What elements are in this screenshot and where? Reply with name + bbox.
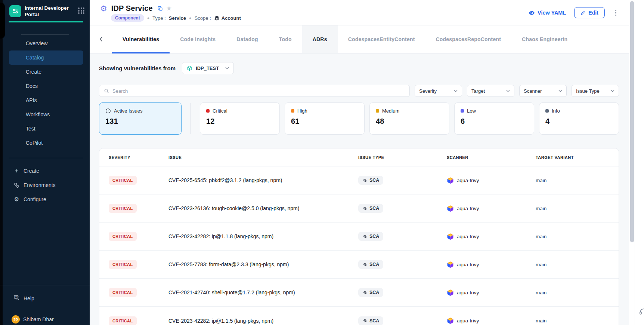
sidebar-item-docs[interactable]: Docs <box>9 79 83 93</box>
tab-chaos-engineering[interactable]: Chaos Engineerin <box>511 25 578 53</box>
target-variant-cell: main <box>536 206 619 211</box>
project-select[interactable]: IDP_TEST <box>182 62 234 74</box>
sidebar-item-copilot[interactable]: CoPilot <box>9 136 83 150</box>
search-input[interactable] <box>112 88 405 94</box>
sidebar-action-create[interactable]: + Create <box>0 164 90 178</box>
issue-type-chip: SCA <box>358 176 383 185</box>
sidebar-item-test[interactable]: Test <box>9 122 83 136</box>
sidebar: Internal Developer Portal Overview Catal… <box>0 0 90 325</box>
tab-codespaces-entity-content[interactable]: CodespacesEntityContent <box>338 25 425 53</box>
info-count: 4 <box>545 117 613 126</box>
critical-label: Critical <box>213 108 227 114</box>
target-variant-cell: main <box>536 290 619 295</box>
tab-codespaces-repo-content[interactable]: CodespacesRepoContent <box>425 25 512 53</box>
severity-filter-label: Severity <box>419 88 437 94</box>
main-area: ⚙ IDP Service ★ Component ● Type : Servi… <box>90 0 644 325</box>
sidebar-item-workflows[interactable]: Workflows <box>9 107 83 122</box>
active-issues-count: 131 <box>105 117 175 126</box>
sidebar-divider <box>0 285 90 285</box>
issue-text: CVE-2023-42282: ip@1.1.8 (lang-pkgs, npm… <box>168 233 358 239</box>
medium-card[interactable]: Medium 48 <box>369 102 449 135</box>
type-label: Type : <box>152 15 165 21</box>
issue-type-chip: SCA <box>358 316 383 325</box>
table-row[interactable]: CRITICAL CVE-2023-42282: ip@1.1.5 (lang-… <box>99 307 619 325</box>
view-yaml-label: View YAML <box>538 10 566 16</box>
layers-icon <box>214 15 220 21</box>
vertical-scrollbar[interactable] <box>629 0 635 325</box>
sidebar-action-environments[interactable]: Environments <box>0 178 90 192</box>
help-button[interactable]: ? Help <box>13 295 34 302</box>
col-issue: ISSUE <box>168 155 358 160</box>
active-issues-card[interactable]: Active Issues 131 <box>99 102 182 135</box>
scanner-cell: aqua-trivy <box>447 289 536 296</box>
sidebar-action-configure[interactable]: ⚙ Configure <box>0 192 90 206</box>
scanner-cell: aqua-trivy <box>447 261 536 268</box>
target-filter-label: Target <box>471 88 485 94</box>
scrollbar-thumb[interactable] <box>630 1 634 242</box>
gear-icon: ⚙ <box>13 196 20 203</box>
avatar: SD <box>12 315 20 324</box>
severity-filter[interactable]: Severity <box>415 85 462 97</box>
target-variant-cell: main <box>536 318 619 324</box>
tab-todo[interactable]: Todo <box>269 25 302 53</box>
sidebar-actions: + Create Environments ⚙ Configure <box>0 164 90 206</box>
copy-icon[interactable] <box>158 6 163 11</box>
severity-badge: CRITICAL <box>109 204 137 213</box>
user-menu[interactable]: SD Shibam Dhar <box>12 315 54 324</box>
environments-icon <box>13 182 20 188</box>
sidebar-item-apis[interactable]: APIs <box>9 93 83 107</box>
tab-datadog[interactable]: Datadog <box>226 25 268 53</box>
tab-vulnerabilities[interactable]: Vulnerabilities <box>112 25 170 53</box>
table-row[interactable]: CRITICAL CVE-2025-7783: form-data@2.3.3 … <box>99 251 619 279</box>
showing-row: Showing vulnerabilities from IDP_TEST <box>99 62 619 74</box>
view-yaml-button[interactable]: View YAML <box>529 10 566 16</box>
scope-value: Account <box>222 15 241 21</box>
tab-code-insights[interactable]: Code Insights <box>170 25 226 53</box>
trivy-logo-icon <box>447 233 454 240</box>
table-row[interactable]: CRITICAL CVE-2021-42740: shell-quote@1.7… <box>99 279 619 307</box>
sidebar-nav: Overview Catalog Create Docs APIs Workfl… <box>0 36 90 150</box>
table-row[interactable]: CRITICAL CVE-2023-42282: ip@1.1.8 (lang-… <box>99 223 619 251</box>
high-count: 61 <box>291 117 358 126</box>
alert-circle-icon <box>105 108 111 114</box>
sidebar-item-create[interactable]: Create <box>9 65 83 79</box>
target-filter[interactable]: Target <box>467 85 514 97</box>
tabs: Vulnerabilities Code Insights Datadog To… <box>112 25 578 53</box>
component-gear-icon: ⚙ <box>100 4 107 12</box>
action-label: Environments <box>24 182 56 188</box>
target-variant-cell: main <box>536 262 619 267</box>
showing-label: Showing vulnerabilities from <box>99 65 176 71</box>
sca-icon <box>362 178 367 183</box>
target-variant-cell: main <box>536 178 619 183</box>
low-count: 6 <box>461 117 528 126</box>
issue-type-filter[interactable]: Issue Type <box>572 85 619 97</box>
plus-icon: + <box>13 168 20 174</box>
sidebar-item-overview[interactable]: Overview <box>9 36 83 50</box>
apps-grid-icon[interactable] <box>78 7 84 14</box>
sidebar-item-catalog[interactable]: Catalog <box>9 50 83 65</box>
severity-badge: CRITICAL <box>109 260 137 269</box>
title-row: ⚙ IDP Service ★ <box>100 4 172 13</box>
tab-adrs[interactable]: ADRs <box>302 25 338 53</box>
low-card[interactable]: Low 6 <box>454 102 534 135</box>
issue-type-chip: SCA <box>358 204 383 213</box>
scanner-filter[interactable]: Scanner <box>519 85 567 97</box>
app-window: Internal Developer Portal Overview Catal… <box>0 0 644 325</box>
edit-button[interactable]: Edit <box>574 7 604 18</box>
pencil-icon <box>580 10 585 15</box>
info-card[interactable]: Info 4 <box>539 102 619 135</box>
issue-text: CVE-2023-26136: tough-cookie@2.5.0 (lang… <box>168 205 358 211</box>
tabs-scroll-left-icon[interactable] <box>90 25 112 53</box>
table-row[interactable]: CRITICAL CVE-2023-26136: tough-cookie@2.… <box>99 194 619 223</box>
critical-card[interactable]: Critical 12 <box>200 102 280 135</box>
chevron-down-icon <box>558 90 562 92</box>
table-row[interactable]: CRITICAL CVE-2025-6545: pbkdf2@3.1.2 (la… <box>99 166 619 194</box>
star-icon[interactable]: ★ <box>166 5 172 12</box>
high-card[interactable]: High 61 <box>285 102 365 135</box>
svg-text:?: ? <box>15 296 17 298</box>
issue-text: CVE-2025-7783: form-data@2.3.3 (lang-pkg… <box>168 261 358 267</box>
scanner-filter-label: Scanner <box>524 88 542 94</box>
chevron-down-icon <box>454 90 458 92</box>
support-headset-icon[interactable] <box>638 307 644 318</box>
more-menu-icon[interactable] <box>613 8 619 18</box>
